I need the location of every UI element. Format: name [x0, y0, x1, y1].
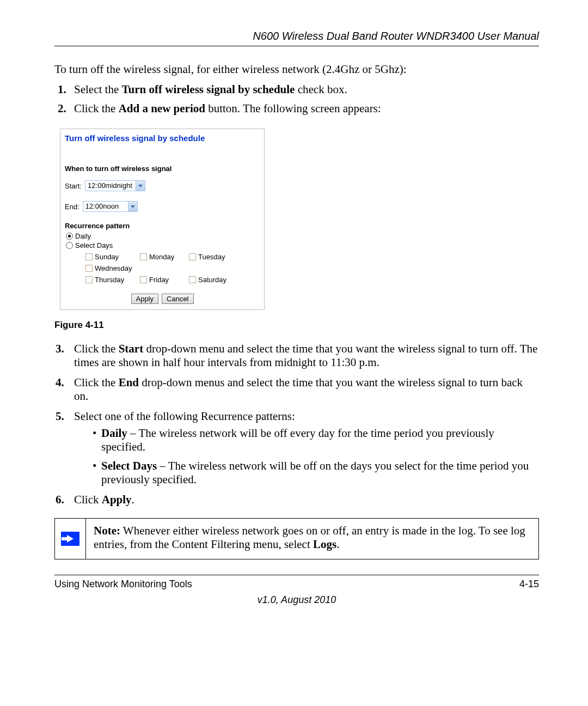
- footer-page-number: 4-15: [519, 579, 539, 590]
- note-box: Note: Whenever either wireless network g…: [54, 518, 539, 559]
- day-label: Thursday: [95, 276, 124, 284]
- step-4-post: drop-down menus and select the time that…: [74, 376, 523, 403]
- header-rule: [54, 46, 539, 46]
- end-label: End:: [65, 203, 79, 211]
- step-6-bold: Apply: [102, 493, 132, 506]
- when-label: When to turn off wireless signal: [65, 165, 260, 173]
- footer-left: Using Network Monitoring Tools: [54, 579, 192, 590]
- chevron-down-icon: [138, 185, 143, 187]
- day-label: Sunday: [95, 253, 119, 261]
- days-grid: Sunday Monday Tuesday Wednesday Thursday…: [85, 253, 260, 284]
- arrow-right-icon: [61, 532, 79, 546]
- checkbox-icon[interactable]: [140, 253, 147, 260]
- step-3-post: drop-down menu and select the time that …: [74, 342, 537, 369]
- radio-selectdays-label: Select Days: [75, 241, 113, 249]
- step-3-bold: Start: [119, 342, 144, 355]
- start-value: 12:00midnight: [85, 181, 136, 191]
- step-3: Click the Start drop-down menu and selec…: [72, 342, 539, 369]
- day-label: Monday: [149, 253, 174, 261]
- day-wednesday[interactable]: Wednesday: [85, 264, 140, 272]
- dialog-title: Turn off wireless signal by schedule: [65, 133, 260, 143]
- step-6-post: .: [132, 493, 134, 506]
- step-4-pre: Click the: [74, 376, 119, 389]
- end-row: End: 12:00noon: [65, 201, 260, 212]
- bullet-daily: Daily – The wireless network will be off…: [93, 427, 539, 454]
- day-saturday[interactable]: Saturday: [189, 276, 238, 284]
- footer-rule: [54, 575, 539, 575]
- step-4-bold: End: [119, 376, 139, 389]
- start-row: Start: 12:00midnight: [65, 180, 260, 191]
- footer-version: v1.0, August 2010: [54, 594, 539, 606]
- radio-daily-label: Daily: [75, 232, 91, 240]
- steps-bottom: Click the Start drop-down menu and selec…: [54, 342, 539, 507]
- end-value: 12:00noon: [83, 202, 128, 211]
- day-label: Friday: [149, 276, 169, 284]
- day-label: Saturday: [198, 276, 226, 284]
- start-label: Start:: [65, 182, 82, 190]
- checkbox-icon[interactable]: [189, 253, 196, 260]
- step-6: Click Apply.: [72, 493, 539, 507]
- checkbox-icon[interactable]: [140, 276, 147, 283]
- start-select[interactable]: 12:00midnight: [85, 180, 145, 191]
- step-4: Click the End drop-down menus and select…: [72, 376, 539, 403]
- note-bold: Note:: [94, 524, 120, 537]
- start-dropdown-btn[interactable]: [136, 181, 145, 191]
- radio-selectdays-row[interactable]: Select Days: [66, 241, 260, 249]
- bullet-selectdays-bold: Select Days: [101, 459, 157, 472]
- step-3-pre: Click the: [74, 342, 119, 355]
- step-5-text: Select one of the following Recurrence p…: [74, 410, 295, 423]
- step-2-post: button. The following screen appears:: [205, 102, 381, 115]
- bullet-selectdays: Select Days – The wireless network will …: [93, 459, 539, 486]
- dialog-buttons: Apply Cancel: [65, 294, 260, 304]
- checkbox-icon[interactable]: [85, 265, 93, 272]
- step-1-pre: Select the: [74, 83, 121, 96]
- page-header: N600 Wireless Dual Band Router WNDR3400 …: [54, 30, 539, 46]
- day-label: Tuesday: [198, 253, 225, 261]
- radio-selectdays[interactable]: [66, 242, 73, 249]
- day-thursday[interactable]: Thursday: [85, 276, 140, 284]
- step-2-bold: Add a new period: [119, 102, 205, 115]
- checkbox-icon[interactable]: [85, 253, 93, 260]
- step-6-pre: Click: [74, 493, 102, 506]
- step-2: 2. Click the Add a new period button. Th…: [72, 102, 539, 115]
- note-logs-bold: Logs: [313, 538, 336, 551]
- cancel-button[interactable]: Cancel: [162, 294, 193, 304]
- figure-caption: Figure 4-11: [54, 320, 539, 331]
- note-text: Note: Whenever either wireless network g…: [86, 519, 538, 559]
- step-2-pre: Click the: [74, 102, 119, 115]
- step-1-post: check box.: [295, 83, 347, 96]
- step-5: Select one of the following Recurrence p…: [72, 410, 539, 486]
- steps-top: 1. Select the Turn off wireless signal b…: [54, 83, 539, 115]
- bullet-daily-tail: – The wireless network will be off every…: [101, 427, 494, 453]
- note-body-2: .: [336, 538, 339, 551]
- checkbox-icon[interactable]: [85, 276, 93, 283]
- recurrence-label: Recurrence pattern: [65, 222, 260, 230]
- bullet-selectdays-tail: – The wireless network will be off on th…: [101, 459, 529, 486]
- note-icon-cell: [55, 519, 86, 559]
- day-label: Wednesday: [95, 264, 132, 272]
- day-sunday[interactable]: Sunday: [85, 253, 140, 261]
- radio-daily-row[interactable]: Daily: [66, 232, 260, 240]
- chevron-down-icon: [131, 205, 135, 208]
- recurrence-options: Daily – The wireless network will be off…: [74, 427, 539, 486]
- end-dropdown-btn[interactable]: [128, 202, 137, 211]
- end-select[interactable]: 12:00noon: [83, 201, 138, 212]
- step-1: 1. Select the Turn off wireless signal b…: [72, 83, 539, 96]
- step-1-bold: Turn off wireless signal by schedule: [121, 83, 295, 96]
- apply-button[interactable]: Apply: [131, 294, 159, 304]
- schedule-dialog: Turn off wireless signal by schedule Whe…: [60, 129, 265, 310]
- footer: Using Network Monitoring Tools 4-15: [54, 579, 539, 590]
- radio-daily[interactable]: [66, 233, 73, 240]
- day-monday[interactable]: Monday: [140, 253, 189, 261]
- note-body-1: Whenever either wireless network goes on…: [94, 524, 525, 551]
- checkbox-icon[interactable]: [189, 276, 196, 283]
- day-friday[interactable]: Friday: [140, 276, 189, 284]
- intro-text: To turn off the wireless signal, for eit…: [54, 63, 539, 76]
- bullet-daily-bold: Daily: [101, 427, 127, 440]
- day-tuesday[interactable]: Tuesday: [189, 253, 238, 261]
